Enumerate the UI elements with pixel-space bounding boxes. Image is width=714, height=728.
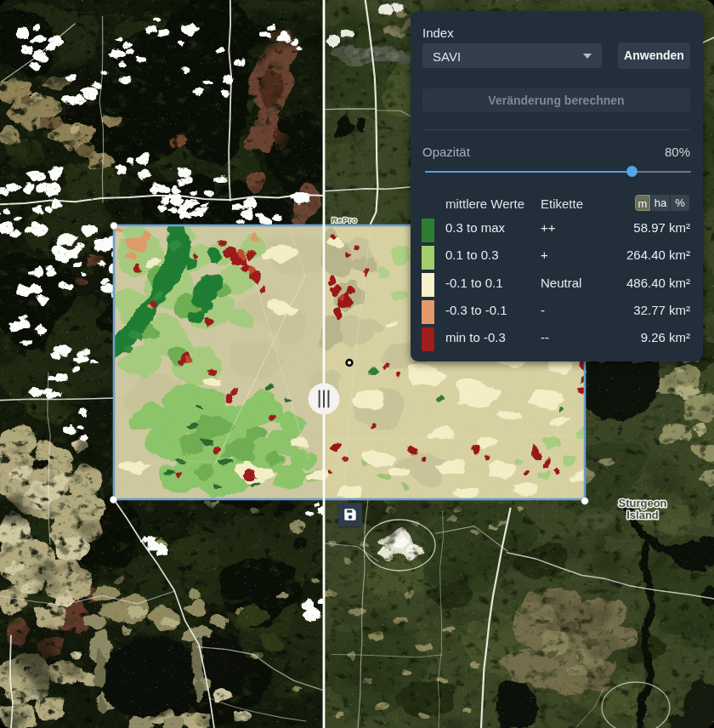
svg-text:Sturgeon: Sturgeon [618, 497, 666, 509]
svg-text:RePro: RePro [332, 215, 357, 225]
svg-text:Island: Island [626, 509, 659, 521]
